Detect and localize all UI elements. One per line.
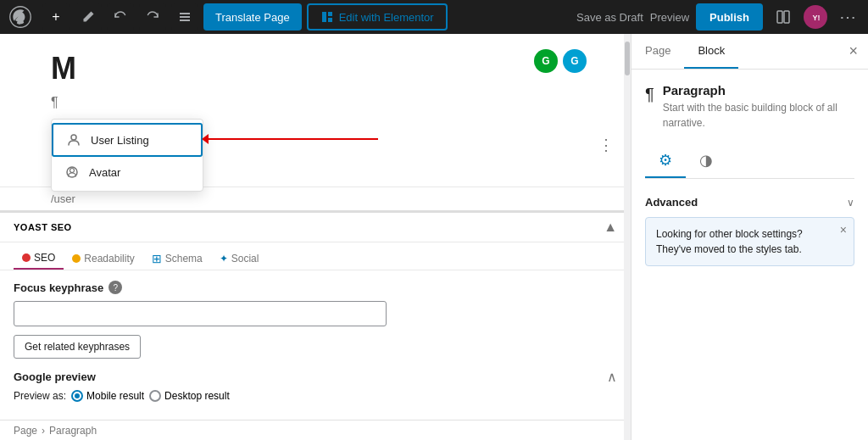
- yoast-collapse-button[interactable]: ▲: [604, 220, 617, 235]
- more-options-button[interactable]: ⋯: [834, 3, 861, 31]
- svg-point-13: [70, 169, 75, 173]
- desktop-radio[interactable]: [149, 390, 161, 402]
- toolbar: + Translate Page Edit with Elementor Sav…: [0, 0, 868, 34]
- sidebar-close-button[interactable]: ×: [838, 36, 868, 67]
- advanced-title: Advanced: [645, 196, 698, 209]
- save-draft-button[interactable]: Save as Draft: [576, 11, 643, 24]
- tab-block[interactable]: Block: [684, 34, 738, 69]
- svg-rect-1: [180, 13, 190, 14]
- tab-social[interactable]: ✦ Social: [211, 248, 268, 270]
- edit-with-elementor-button[interactable]: Edit with Elementor: [307, 3, 448, 31]
- main-layout: M ¶ G G ⋮: [0, 34, 868, 440]
- svg-rect-8: [784, 11, 789, 23]
- user-listing-label: User Listing: [91, 134, 149, 147]
- block-name-label: Paragraph: [663, 83, 854, 97]
- avatar-icon: [64, 164, 81, 181]
- block-settings-tabs: ⚙ ◑: [645, 144, 854, 179]
- preview-as-row: Preview as: Mobile result Desktop result: [14, 390, 617, 402]
- advanced-section: Advanced ∨ Looking for other block setti…: [645, 192, 854, 266]
- advanced-chevron-icon: ∨: [847, 197, 854, 209]
- info-box: Looking for other block settings? They'v…: [645, 217, 854, 266]
- svg-rect-3: [180, 19, 190, 21]
- focus-keyphrase-label: Focus keyphrase: [14, 281, 103, 294]
- svg-rect-4: [322, 12, 326, 22]
- desktop-result-option[interactable]: Desktop result: [149, 390, 230, 402]
- tab-schema[interactable]: ⊞ Schema: [143, 248, 211, 270]
- yoast-title: YOAST SEO: [14, 222, 72, 232]
- breadcrumb-separator: ›: [42, 425, 45, 437]
- yoast-icon[interactable]: Y!: [804, 5, 827, 29]
- yoast-panel: YOAST SEO ▲ SEO Readability ⊞ Schema: [0, 210, 631, 412]
- svg-text:Y!: Y!: [812, 14, 820, 22]
- svg-rect-5: [328, 12, 332, 16]
- focus-keyphrase-input[interactable]: [14, 301, 387, 326]
- redo-button[interactable]: [139, 3, 166, 31]
- tab-seo[interactable]: SEO: [14, 248, 64, 270]
- teal-circle-icon[interactable]: G: [563, 49, 587, 73]
- readability-dot: [72, 254, 81, 263]
- google-preview-row: Google preview ∧: [14, 359, 617, 390]
- info-close-button[interactable]: ×: [840, 223, 847, 237]
- breadcrumb-paragraph: Paragraph: [49, 425, 97, 437]
- paragraph-icon: ¶: [51, 95, 58, 110]
- green-circle-icon[interactable]: G: [534, 49, 558, 73]
- block-info-text: Paragraph Start with the basic building …: [663, 83, 854, 131]
- breadcrumb: Page › Paragraph: [0, 420, 631, 440]
- tab-readability[interactable]: Readability: [64, 248, 142, 270]
- gear-settings-tab[interactable]: ⚙: [645, 144, 686, 178]
- google-preview-label: Google preview: [14, 370, 96, 383]
- mobile-radio-fill: [75, 393, 80, 398]
- block-action-icons: G G: [534, 49, 587, 73]
- contrast-settings-tab[interactable]: ◑: [686, 144, 726, 178]
- translate-page-button[interactable]: Translate Page: [203, 3, 302, 31]
- sidebar-content: ¶ Paragraph Start with the basic buildin…: [632, 70, 868, 280]
- add-button[interactable]: +: [42, 3, 70, 31]
- sidebar: Page Block × ¶ Paragraph Start with the …: [631, 34, 868, 440]
- tab-page[interactable]: Page: [632, 34, 684, 69]
- schema-grid-icon: ⊞: [152, 252, 162, 265]
- paragraph-block-icon: ¶: [645, 85, 654, 104]
- get-related-keyphrases-button[interactable]: Get related keyphrases: [14, 335, 141, 359]
- scroll-thumb[interactable]: [625, 42, 630, 75]
- arrow-line: [209, 138, 378, 140]
- block-area: M ¶ G G ⋮: [0, 34, 631, 187]
- mobile-radio[interactable]: [71, 390, 83, 402]
- red-arrow-indicator: [202, 134, 378, 144]
- preview-as-label: Preview as:: [14, 390, 66, 402]
- user-listing-item[interactable]: User Listing: [52, 123, 203, 157]
- block-desc-label: Start with the basic building block of a…: [663, 100, 854, 131]
- mobile-result-option[interactable]: Mobile result: [71, 390, 144, 402]
- list-view-button[interactable]: [171, 3, 198, 31]
- preview-button[interactable]: Preview: [650, 11, 689, 24]
- undo-button[interactable]: [107, 3, 134, 31]
- avatar-item[interactable]: Avatar: [52, 157, 203, 187]
- wp-logo: [7, 3, 34, 31]
- svg-point-11: [71, 135, 76, 140]
- layout-toggle-button[interactable]: [770, 3, 797, 31]
- avatar-label: Avatar: [89, 166, 120, 179]
- block-inserter-dropdown: User Listing Avatar: [51, 119, 203, 192]
- sidebar-tab-bar: Page Block ×: [632, 34, 868, 70]
- editor-scrollbar[interactable]: [624, 34, 631, 440]
- paragraph-block-row: ¶: [51, 95, 580, 110]
- edit-pen-button[interactable]: [75, 3, 102, 31]
- svg-rect-2: [180, 16, 190, 18]
- google-preview-toggle[interactable]: ∧: [607, 369, 617, 385]
- advanced-header[interactable]: Advanced ∨: [645, 192, 854, 217]
- editor-area: M ¶ G G ⋮: [0, 34, 631, 440]
- arrow-head: [202, 134, 209, 144]
- breadcrumb-page[interactable]: Page: [14, 425, 37, 437]
- social-share-icon: ✦: [220, 253, 228, 265]
- seo-dot: [22, 253, 31, 262]
- focus-keyphrase-row: Focus keyphrase ?: [14, 281, 617, 294]
- heading-block: M: [51, 51, 76, 86]
- yoast-content: Focus keyphrase ? Get related keyphrases…: [0, 270, 631, 412]
- yoast-header: YOAST SEO ▲: [0, 213, 631, 242]
- svg-rect-7: [777, 11, 782, 23]
- block-dots-menu[interactable]: ⋮: [598, 136, 614, 154]
- publish-button[interactable]: Publish: [696, 3, 763, 31]
- focus-help-icon[interactable]: ?: [108, 281, 122, 294]
- dropdown-menu: User Listing Avatar: [51, 119, 203, 192]
- block-info: ¶ Paragraph Start with the basic buildin…: [645, 83, 854, 131]
- user-listing-icon: [65, 131, 82, 148]
